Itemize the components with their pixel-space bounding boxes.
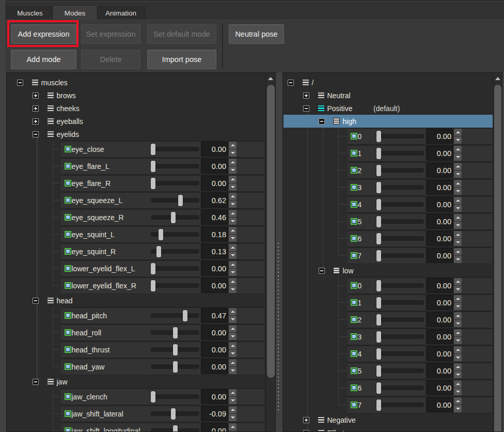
slider-handle[interactable] xyxy=(376,165,381,176)
spin-up-button[interactable] xyxy=(229,359,237,366)
slider-handle[interactable] xyxy=(376,314,381,326)
spinbox-value[interactable]: 0.00 xyxy=(426,163,453,178)
vertical-scrollbar[interactable] xyxy=(493,73,503,431)
tree-row[interactable] xyxy=(284,426,493,432)
spin-up-button[interactable] xyxy=(454,380,462,388)
spinbox-value[interactable]: 0.00 xyxy=(426,312,453,327)
muscle-slider[interactable] xyxy=(376,283,424,288)
spin-down-button[interactable] xyxy=(454,371,462,378)
spin-up-button[interactable] xyxy=(229,325,237,332)
spinbox-value[interactable]: 0.00 xyxy=(426,129,453,144)
spin-up-button[interactable] xyxy=(229,406,237,413)
spin-up-button[interactable] xyxy=(229,193,237,200)
slider-handle[interactable] xyxy=(173,425,178,432)
tree-row[interactable] xyxy=(284,264,493,277)
muscle-slider[interactable] xyxy=(376,151,424,156)
tab-modes[interactable]: Modes xyxy=(53,6,97,20)
tree-row[interactable] xyxy=(7,102,265,115)
spin-up-button[interactable] xyxy=(229,176,237,183)
spinbox-value[interactable]: 0.47 xyxy=(201,308,228,323)
spinbox-value[interactable]: 0.13 xyxy=(201,244,228,259)
splitter-handle[interactable] xyxy=(276,72,282,432)
spin-up-button[interactable] xyxy=(454,363,462,371)
spin-up-button[interactable] xyxy=(229,227,237,234)
spinbox-value[interactable]: 0.00 xyxy=(426,231,453,246)
scrollbar-up-button[interactable] xyxy=(266,73,276,84)
spin-down-button[interactable] xyxy=(454,239,462,246)
muscle-slider[interactable] xyxy=(376,236,424,241)
muscle-slider[interactable] xyxy=(376,134,424,138)
delete-button[interactable]: Delete xyxy=(81,50,140,69)
set-default-mode-button[interactable]: Set default mode xyxy=(147,24,216,44)
spin-down-button[interactable] xyxy=(454,256,462,263)
spinbox-value[interactable]: 0.00 xyxy=(426,214,453,229)
slider-handle[interactable] xyxy=(156,246,161,257)
spinbox-value[interactable]: 0.00 xyxy=(426,397,453,412)
spinbox-value[interactable]: 0.62 xyxy=(201,193,228,208)
spin-down-button[interactable] xyxy=(454,136,462,144)
spin-up-button[interactable] xyxy=(229,210,237,217)
muscle-slider[interactable] xyxy=(376,253,424,258)
slider-handle[interactable] xyxy=(151,178,155,189)
spin-up-button[interactable] xyxy=(229,261,237,268)
spin-down-button[interactable] xyxy=(454,205,462,212)
tree-row[interactable] xyxy=(7,115,265,128)
muscle-slider[interactable] xyxy=(151,164,199,168)
tree-row[interactable] xyxy=(7,294,265,307)
spin-down-button[interactable] xyxy=(454,320,462,327)
slider-handle[interactable] xyxy=(376,331,381,343)
spinbox-value[interactable]: -0.09 xyxy=(201,406,228,421)
tree-row[interactable] xyxy=(284,89,493,102)
spinbox-value[interactable]: 0.46 xyxy=(201,210,228,225)
neutral-pose-button[interactable]: Neutral pose xyxy=(229,24,284,44)
spin-down-button[interactable] xyxy=(454,405,462,412)
spin-down-button[interactable] xyxy=(454,188,462,195)
spin-up-button[interactable] xyxy=(229,342,237,349)
spin-down-button[interactable] xyxy=(229,316,237,323)
slider-handle[interactable] xyxy=(151,144,155,155)
spin-up-button[interactable] xyxy=(454,231,462,238)
spin-up-button[interactable] xyxy=(454,312,462,319)
spin-down-button[interactable] xyxy=(229,350,237,357)
spin-down-button[interactable] xyxy=(229,166,237,174)
vertical-scrollbar[interactable] xyxy=(265,73,276,431)
collapse-expander-icon[interactable] xyxy=(33,379,39,385)
tree-row[interactable] xyxy=(284,76,493,89)
slider-handle[interactable] xyxy=(151,263,155,274)
spinbox-value[interactable]: 0.00 xyxy=(201,278,228,293)
collapse-expander-icon[interactable] xyxy=(319,118,325,125)
expand-expander-icon[interactable] xyxy=(303,92,309,99)
slider-handle[interactable] xyxy=(376,348,381,360)
muscle-slider[interactable] xyxy=(376,202,424,207)
slider-handle[interactable] xyxy=(171,212,176,223)
spinbox-value[interactable]: 0.00 xyxy=(201,342,228,357)
spin-down-button[interactable] xyxy=(454,337,462,344)
spin-down-button[interactable] xyxy=(454,303,462,310)
spinbox-value[interactable]: 0.00 xyxy=(426,146,453,161)
slider-handle[interactable] xyxy=(173,361,178,373)
muscle-slider[interactable] xyxy=(151,266,199,271)
spin-up-button[interactable] xyxy=(454,329,462,336)
spin-up-button[interactable] xyxy=(454,129,462,136)
collapse-expander-icon[interactable] xyxy=(33,298,39,304)
muscle-slider[interactable] xyxy=(151,147,199,151)
collapse-expander-icon[interactable] xyxy=(33,131,39,137)
slider-handle[interactable] xyxy=(151,280,155,291)
slider-handle[interactable] xyxy=(151,161,155,172)
spinbox-value[interactable]: 0.00 xyxy=(201,325,228,340)
spin-up-button[interactable] xyxy=(229,244,237,251)
expand-expander-icon[interactable] xyxy=(303,430,309,432)
spin-down-button[interactable] xyxy=(229,252,237,259)
muscle-slider[interactable] xyxy=(151,198,199,203)
muscle-slider[interactable] xyxy=(151,181,199,186)
slider-handle[interactable] xyxy=(376,131,381,142)
scrollbar-handle[interactable] xyxy=(267,85,275,378)
spin-down-button[interactable] xyxy=(454,388,462,395)
spinbox-value[interactable]: 0.00 xyxy=(201,159,228,174)
muscle-slider[interactable] xyxy=(376,403,424,407)
spin-down-button[interactable] xyxy=(229,235,237,242)
spinbox-value[interactable]: 0.00 xyxy=(426,363,453,378)
spin-up-button[interactable] xyxy=(229,389,237,396)
spin-up-button[interactable] xyxy=(454,397,462,405)
spinbox-value[interactable]: 0.00 xyxy=(426,346,453,361)
